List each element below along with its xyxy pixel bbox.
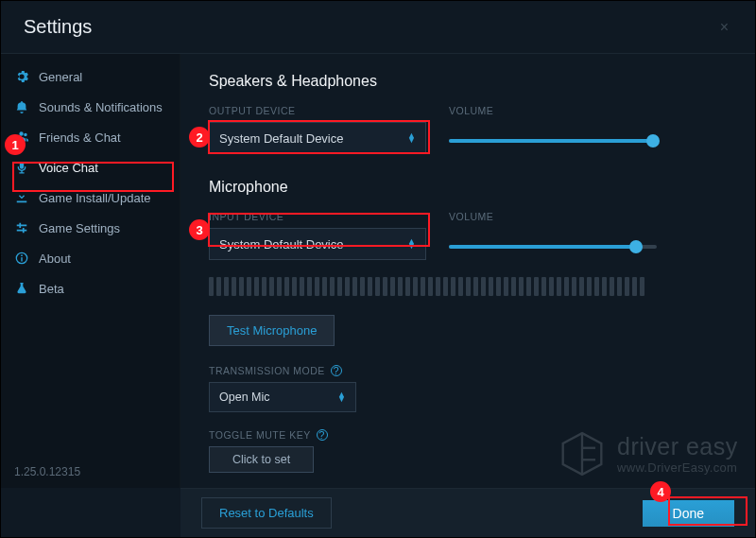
footer: Reset to Defaults Done [180, 488, 755, 537]
version-text: 1.25.0.12315 [1, 456, 180, 488]
test-microphone-button[interactable]: Test Microphone [209, 315, 335, 346]
toggle-mute-key-button[interactable]: Click to set [209, 446, 314, 473]
input-device-value: System Default Device [219, 237, 344, 252]
sidebar-list: General Sounds & Notifications Friends &… [1, 54, 180, 456]
info-icon [14, 251, 29, 266]
sidebar-item-label: Sounds & Notifications [39, 100, 166, 114]
reset-defaults-button[interactable]: Reset to Defaults [201, 497, 332, 529]
sidebar-item-beta[interactable]: Beta [1, 273, 180, 304]
sidebar-item-label: About [39, 252, 166, 266]
sidebar-item-label: Beta [39, 282, 166, 296]
sidebar-item-label: Voice Chat [39, 161, 166, 175]
input-device-select[interactable]: System Default Device ▲▼ [209, 228, 426, 260]
transmission-mode-select[interactable]: Open Mic ▲▼ [209, 382, 356, 412]
svg-point-2 [21, 254, 23, 256]
chevron-updown-icon: ▲▼ [407, 133, 416, 144]
output-device-value: System Default Device [219, 131, 344, 146]
help-icon[interactable]: ? [317, 429, 328, 441]
speakers-volume-label: VOLUME [449, 105, 727, 116]
sliders-icon [14, 220, 29, 235]
sidebar-item-sounds[interactable]: Sounds & Notifications [1, 92, 180, 122]
done-button[interactable]: Done [643, 500, 734, 527]
settings-window: Settings × General Sounds & Notification… [0, 0, 756, 538]
output-device-label: OUTPUT DEVICE [209, 105, 426, 116]
transmission-mode-value: Open Mic [219, 390, 270, 404]
watermark: driver easy www.DriverEasy.com [558, 430, 738, 477]
input-device-label: INPUT DEVICE [209, 211, 426, 222]
sidebar-item-general[interactable]: General [1, 61, 180, 92]
gear-icon [14, 69, 29, 84]
bell-icon [14, 99, 29, 114]
sidebar-item-voice-chat[interactable]: Voice Chat [1, 152, 180, 182]
chevron-updown-icon: ▲▼ [337, 392, 346, 403]
sidebar-item-game-settings[interactable]: Game Settings [1, 213, 180, 243]
section-microphone-title: Microphone [209, 179, 727, 196]
sidebar-item-game-install[interactable]: Game Install/Update [1, 182, 180, 213]
svg-rect-1 [21, 257, 22, 261]
speakers-row: OUTPUT DEVICE System Default Device ▲▼ V… [209, 105, 727, 154]
close-icon[interactable]: × [716, 15, 732, 40]
speakers-volume-slider[interactable] [449, 139, 657, 143]
microphone-row: INPUT DEVICE System Default Device ▲▼ VO… [209, 211, 727, 260]
microphone-volume-label: VOLUME [449, 211, 727, 222]
page-title: Settings [24, 16, 92, 38]
sidebar-item-about[interactable]: About [1, 243, 180, 273]
output-device-select[interactable]: System Default Device ▲▼ [209, 122, 426, 154]
watermark-logo-icon [558, 430, 606, 477]
download-icon [14, 190, 29, 205]
microphone-volume-slider[interactable] [449, 245, 657, 249]
mic-icon [14, 160, 29, 175]
section-speakers-title: Speakers & Headphones [209, 73, 727, 90]
transmission-mode-label: TRANSMISSION MODE ? [209, 365, 727, 376]
sidebar-item-label: Friends & Chat [39, 130, 166, 145]
chevron-updown-icon: ▲▼ [407, 239, 416, 250]
sidebar-item-label: Game Settings [39, 221, 166, 235]
titlebar: Settings × [1, 1, 755, 54]
mic-level-meter [209, 277, 727, 296]
beaker-icon [14, 281, 29, 296]
watermark-title: driver easy [617, 433, 738, 460]
people-icon [14, 130, 29, 145]
sidebar-item-label: Game Install/Update [39, 191, 166, 205]
sidebar-item-friends[interactable]: Friends & Chat [1, 122, 180, 152]
sidebar-item-label: General [39, 70, 166, 84]
help-icon[interactable]: ? [331, 365, 342, 376]
content: Speakers & Headphones OUTPUT DEVICE Syst… [180, 54, 755, 488]
watermark-sub: www.DriverEasy.com [617, 460, 738, 475]
sidebar: General Sounds & Notifications Friends &… [1, 54, 180, 488]
body: General Sounds & Notifications Friends &… [1, 54, 755, 488]
